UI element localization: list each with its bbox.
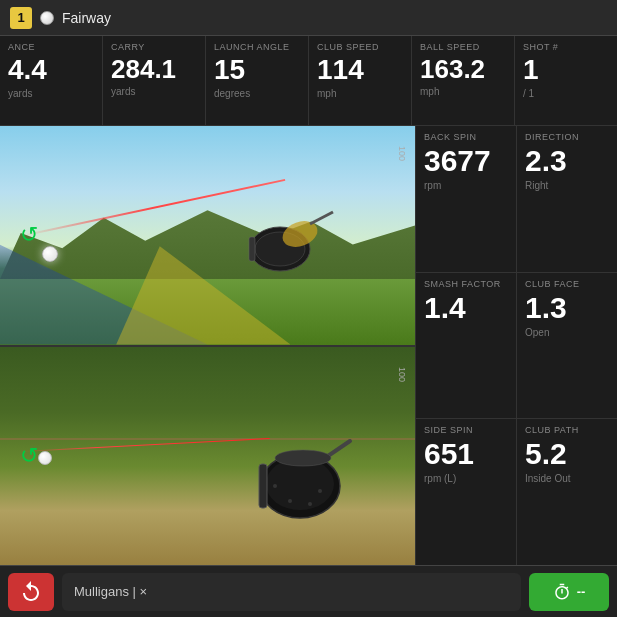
right-panel: BACK SPIN 3677 rpm DIRECTION 2.3 Right S… (415, 126, 617, 565)
ball-icon (40, 11, 54, 25)
backspin-label: BACK SPIN (424, 132, 508, 142)
stat-cell-clubspeed: CLUB SPEED 114 mph (309, 36, 412, 125)
rotation-arrow-top: ↺ (20, 222, 38, 248)
clubface-unit: Open (525, 327, 609, 338)
height-indicator-bottom: 100 (397, 367, 407, 382)
backspin-unit: rpm (424, 180, 508, 191)
svg-point-11 (288, 499, 292, 503)
sidespin-unit: rpm (L) (424, 473, 508, 484)
stat-label-distance: ANCE (8, 42, 94, 52)
timer-label: -- (577, 584, 586, 599)
svg-rect-2 (249, 237, 255, 261)
right-cell-clubface: CLUB FACE 1.3 Open (517, 273, 617, 419)
mulligan-button[interactable] (8, 573, 54, 611)
club-head-top (245, 209, 335, 279)
right-stat-row-2: SMASH FACTOR 1.4 CLUB FACE 1.3 Open (416, 273, 617, 420)
club-head-side (255, 436, 355, 521)
svg-point-12 (308, 502, 312, 506)
camera-top: ↺ 100 (0, 126, 415, 347)
stat-value-ballspeed: 163.2 (420, 56, 506, 82)
height-indicator-top: 100 (397, 146, 407, 161)
stat-cell-carry: CARRY 284.1 yards (103, 36, 206, 125)
stat-cell-launch: LAUNCH ANGLE 15 degrees (206, 36, 309, 125)
clubface-label: CLUB FACE (525, 279, 609, 289)
clubface-value: 1.3 (525, 293, 609, 323)
stat-unit-clubspeed: mph (317, 88, 403, 99)
stats-row: ANCE 4.4 yards CARRY 284.1 yards LAUNCH … (0, 36, 617, 126)
mulligans-label: Mulligans | × (62, 573, 521, 611)
direction-value: 2.3 (525, 146, 609, 176)
stat-unit-distance: yards (8, 88, 94, 99)
camera-views: ↺ 100 (0, 126, 415, 565)
stat-unit-ballspeed: mph (420, 86, 506, 97)
stat-value-launch: 15 (214, 56, 300, 84)
bottom-bar: Mulligans | × -- (0, 565, 617, 617)
svg-point-13 (318, 489, 322, 493)
clubpath-label: CLUB PATH (525, 425, 609, 435)
club-type-label: Fairway (62, 10, 111, 26)
stat-value-distance: 4.4 (8, 56, 94, 84)
stat-label-clubspeed: CLUB SPEED (317, 42, 403, 52)
stat-cell-ballspeed: BALL SPEED 163.2 mph (412, 36, 515, 125)
stat-value-shot: 1 (523, 56, 609, 84)
clubpath-value: 5.2 (525, 439, 609, 469)
smash-label: SMASH FACTOR (424, 279, 508, 289)
stat-cell-distance: ANCE 4.4 yards (0, 36, 103, 125)
clubpath-unit: Inside Out (525, 473, 609, 484)
right-cell-direction: DIRECTION 2.3 Right (517, 126, 617, 272)
stat-label-ballspeed: BALL SPEED (420, 42, 506, 52)
backspin-value: 3677 (424, 146, 508, 176)
svg-line-4 (310, 212, 333, 224)
right-cell-smash: SMASH FACTOR 1.4 (416, 273, 517, 419)
sidespin-label: SIDE SPIN (424, 425, 508, 435)
stat-label-launch: LAUNCH ANGLE (214, 42, 300, 52)
sidespin-value: 651 (424, 439, 508, 469)
right-cell-clubpath: CLUB PATH 5.2 Inside Out (517, 419, 617, 565)
right-cell-backspin: BACK SPIN 3677 rpm (416, 126, 517, 272)
timer-icon (553, 583, 571, 601)
stat-value-clubspeed: 114 (317, 56, 403, 84)
rotation-arrow-bottom: ↺ (20, 443, 38, 469)
stat-label-shot: SHOT # (523, 42, 609, 52)
stat-value-carry: 284.1 (111, 56, 197, 82)
stat-label-carry: CARRY (111, 42, 197, 52)
camera-bottom: ↺ (0, 347, 415, 566)
right-stat-row-3: SIDE SPIN 651 rpm (L) CLUB PATH 5.2 Insi… (416, 419, 617, 565)
mulligan-icon (19, 580, 43, 604)
shot-badge: 1 (10, 7, 32, 29)
direction-unit: Right (525, 180, 609, 191)
smash-value: 1.4 (424, 293, 508, 323)
stat-unit-shot: / 1 (523, 88, 609, 99)
svg-point-9 (275, 450, 331, 466)
direction-label: DIRECTION (525, 132, 609, 142)
right-stat-row-1: BACK SPIN 3677 rpm DIRECTION 2.3 Right (416, 126, 617, 273)
right-cell-sidespin: SIDE SPIN 651 rpm (L) (416, 419, 517, 565)
main-screen: 1 Fairway ANCE 4.4 yards CARRY 284.1 yar… (0, 0, 617, 617)
svg-point-10 (273, 484, 277, 488)
main-content: ↺ 100 (0, 126, 617, 565)
stat-unit-launch: degrees (214, 88, 300, 99)
stat-cell-shot: SHOT # 1 / 1 (515, 36, 617, 125)
stat-unit-carry: yards (111, 86, 197, 97)
top-bar: 1 Fairway (0, 0, 617, 36)
timer-button[interactable]: -- (529, 573, 609, 611)
svg-rect-8 (259, 464, 267, 508)
